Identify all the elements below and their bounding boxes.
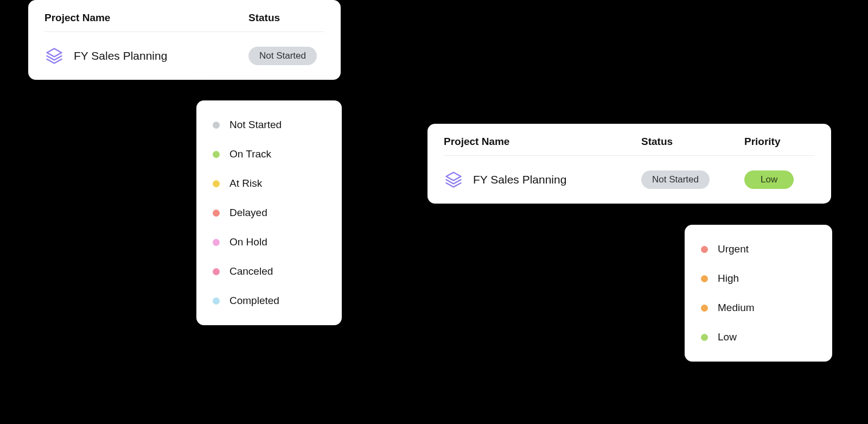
status-dot-icon (213, 239, 220, 246)
status-option-canceled[interactable]: Canceled (196, 257, 342, 286)
status-badge[interactable]: Not Started (641, 170, 710, 189)
status-dot-icon (213, 151, 220, 158)
priority-cell[interactable]: Low (744, 170, 815, 189)
status-option-label: Delayed (229, 207, 267, 219)
col-header-status: Status (248, 12, 324, 24)
priority-option-urgent[interactable]: Urgent (685, 235, 832, 264)
status-dot-icon (213, 180, 220, 187)
status-option-label: Not Started (229, 119, 282, 131)
priority-option-high[interactable]: High (685, 264, 832, 293)
status-dot-icon (213, 298, 220, 305)
priority-option-label: Medium (718, 302, 755, 314)
status-badge[interactable]: Not Started (248, 47, 317, 65)
status-option-label: Canceled (229, 265, 273, 277)
priority-dot-icon (701, 275, 708, 282)
priority-dropdown[interactable]: Urgent High Medium Low (685, 225, 832, 362)
svg-marker-1 (446, 173, 461, 181)
project-name-label: FY Sales Planning (473, 173, 566, 186)
status-option-not-started[interactable]: Not Started (196, 110, 342, 140)
svg-marker-0 (47, 49, 62, 57)
project-name-label: FY Sales Planning (74, 49, 167, 62)
project-card-status: Project Name Status FY Sales Planning No… (28, 0, 341, 80)
status-dot-icon (213, 122, 220, 129)
priority-option-medium[interactable]: Medium (685, 293, 832, 322)
table-row[interactable]: FY Sales Planning Not Started Low (444, 170, 815, 189)
priority-option-label: Urgent (718, 243, 749, 255)
layers-icon (444, 170, 463, 189)
priority-dot-icon (701, 334, 708, 341)
priority-dot-icon (701, 305, 708, 312)
priority-badge[interactable]: Low (744, 170, 794, 189)
status-option-label: On Track (229, 148, 271, 160)
status-cell[interactable]: Not Started (248, 47, 324, 65)
status-option-label: At Risk (229, 178, 262, 189)
status-option-at-risk[interactable]: At Risk (196, 169, 342, 198)
priority-dot-icon (701, 246, 708, 253)
project-name-cell: FY Sales Planning (44, 46, 248, 66)
status-dot-icon (213, 210, 220, 217)
table-header: Project Name Status Priority (444, 136, 815, 156)
status-dropdown[interactable]: Not Started On Track At Risk Delayed On … (196, 100, 342, 325)
layers-icon (44, 46, 64, 66)
priority-option-label: High (718, 273, 739, 284)
table-row[interactable]: FY Sales Planning Not Started (44, 46, 324, 66)
col-header-status: Status (641, 136, 744, 148)
project-name-cell: FY Sales Planning (444, 170, 641, 189)
status-option-label: On Hold (229, 236, 267, 248)
status-option-label: Completed (229, 295, 279, 307)
col-header-name: Project Name (44, 12, 248, 24)
status-cell[interactable]: Not Started (641, 170, 744, 189)
status-option-on-track[interactable]: On Track (196, 140, 342, 169)
priority-option-low[interactable]: Low (685, 322, 832, 352)
col-header-name: Project Name (444, 136, 641, 148)
col-header-priority: Priority (744, 136, 815, 148)
status-option-on-hold[interactable]: On Hold (196, 227, 342, 257)
project-card-priority: Project Name Status Priority FY Sales Pl… (427, 124, 831, 204)
status-option-delayed[interactable]: Delayed (196, 198, 342, 227)
priority-option-label: Low (718, 331, 737, 343)
status-option-completed[interactable]: Completed (196, 286, 342, 315)
status-dot-icon (213, 268, 220, 275)
table-header: Project Name Status (44, 12, 324, 32)
